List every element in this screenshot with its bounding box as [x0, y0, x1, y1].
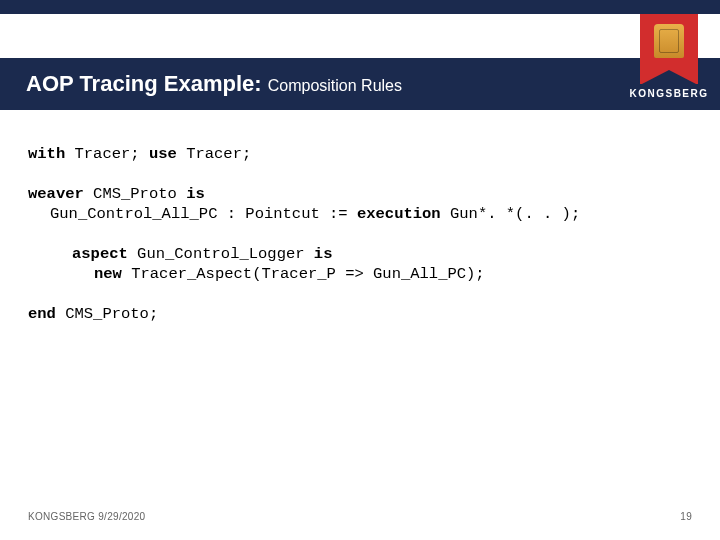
slide-body: with Tracer; use Tracer; weaver CMS_Prot…: [0, 110, 720, 324]
brand-logo: KONGSBERG: [640, 14, 698, 110]
kw-end: end: [28, 305, 56, 323]
kw-aspect: aspect: [72, 245, 128, 263]
logo-crest-icon: [654, 24, 684, 58]
kw-execution: execution: [357, 205, 441, 223]
title-bar: AOP Tracing Example: Composition Rules: [0, 58, 720, 110]
code-line: end CMS_Proto;: [28, 304, 692, 324]
code-text: CMS_Proto: [84, 185, 186, 203]
blank-line: [28, 164, 692, 184]
page-number: 19: [680, 511, 692, 522]
logo-notch-icon: [640, 70, 698, 85]
brand-name: KONGSBERG: [614, 88, 720, 99]
code-text: Gun*. *(. . );: [441, 205, 581, 223]
kw-use: use: [149, 145, 177, 163]
kw-with: with: [28, 145, 65, 163]
code-text: Tracer;: [177, 145, 251, 163]
kw-is: is: [314, 245, 333, 263]
code-line: Gun_Control_All_PC : Pointcut := executi…: [28, 204, 692, 224]
kw-is: is: [186, 185, 205, 203]
code-text: Gun_Control_Logger: [128, 245, 314, 263]
code-block: with Tracer; use Tracer; weaver CMS_Prot…: [28, 144, 692, 324]
code-text: Gun_Control_All_PC : Pointcut :=: [50, 205, 357, 223]
logo-flag-icon: [640, 14, 698, 84]
blank-line: [28, 224, 692, 244]
slide-header: AOP Tracing Example: Composition Rules K…: [0, 0, 720, 110]
code-line: weaver CMS_Proto is: [28, 184, 692, 204]
code-text: Tracer;: [65, 145, 149, 163]
title-sub: Composition Rules: [268, 77, 402, 94]
title-main: AOP Tracing Example:: [26, 71, 262, 96]
code-line: aspect Gun_Control_Logger is: [28, 244, 692, 264]
code-line: with Tracer; use Tracer;: [28, 144, 692, 164]
top-strip: [0, 0, 720, 14]
blank-line: [28, 284, 692, 304]
slide-footer: KONGSBERG 9/29/2020 19: [28, 511, 692, 522]
code-line: new Tracer_Aspect(Tracer_P => Gun_All_PC…: [28, 264, 692, 284]
slide-title: AOP Tracing Example: Composition Rules: [0, 71, 402, 97]
footer-left: KONGSBERG 9/29/2020: [28, 511, 145, 522]
code-text: CMS_Proto;: [56, 305, 158, 323]
kw-weaver: weaver: [28, 185, 84, 203]
kw-new: new: [94, 265, 122, 283]
code-text: Tracer_Aspect(Tracer_P => Gun_All_PC);: [122, 265, 485, 283]
